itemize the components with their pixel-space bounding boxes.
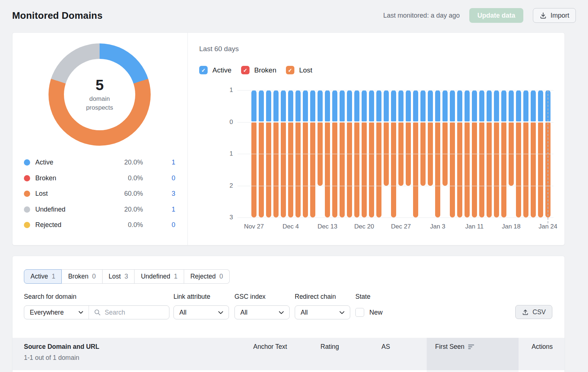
legend-label: Lost [35, 190, 48, 198]
trend-bar-lost-segment [295, 123, 301, 217]
donut-legend-row: Rejected 0.0% 0 [24, 220, 175, 230]
trend-bar-lost-segment [538, 123, 543, 217]
header-actions: Last monitored: a day ago Update data Im… [383, 8, 576, 23]
trend-bar-active-segment [325, 90, 330, 121]
trend-bar-active-segment [376, 90, 381, 121]
legend-count-link[interactable]: 1 [143, 206, 175, 213]
trend-bar-lost-segment [465, 123, 470, 217]
trend-bar-active-segment [465, 90, 470, 121]
x-axis-label: Nov 27 [234, 223, 274, 230]
status-tab-count: 1 [52, 273, 55, 280]
y-axis-tick: 1 [218, 150, 233, 157]
trend-bar-lost-segment [347, 123, 352, 217]
legend-percent: 0.0% [108, 221, 143, 229]
search-input[interactable] [105, 309, 164, 316]
trend-bar-lost-segment [479, 123, 484, 217]
legend-label: Undefined [35, 206, 65, 213]
x-axis-label: Jan 24 [528, 223, 568, 230]
trend-bar-active-segment [406, 90, 411, 121]
status-tab-count: 0 [219, 273, 223, 280]
status-tabs: Active 1 Broken 0 Lost 3 Undefined 1 Rej… [24, 269, 230, 284]
x-axis-label: Dec 20 [344, 223, 384, 230]
link-attribute-select[interactable]: All [173, 305, 229, 319]
today-dashed-marker [548, 90, 548, 223]
trend-bar-lost-segment [340, 123, 345, 217]
redirect-chain-select[interactable]: All [295, 305, 350, 319]
page-header: Monitored Domains Last monitored: a day … [12, 0, 576, 31]
legend-count-link[interactable]: 3 [143, 190, 175, 198]
sort-descending-icon [468, 344, 474, 349]
column-header-anchor-text[interactable]: Anchor Text [253, 343, 287, 351]
status-tab-undefined[interactable]: Undefined 1 [135, 269, 184, 284]
domains-table-card: Active 1 Broken 0 Lost 3 Undefined 1 Rej… [12, 256, 565, 372]
legend-color-dot [24, 206, 30, 213]
gsc-index-value: All [240, 309, 247, 316]
update-data-button[interactable]: Update data [469, 8, 523, 23]
redirect-chain-value: All [301, 309, 308, 316]
status-tab-count: 3 [125, 273, 128, 280]
status-tab-active[interactable]: Active 1 [24, 269, 62, 284]
gridline [237, 122, 553, 123]
trend-bar-lost-segment [362, 123, 367, 217]
column-header-first-seen[interactable]: First Seen [435, 343, 474, 351]
trend-bar-active-segment [531, 90, 536, 121]
export-csv-button[interactable]: CSV [515, 305, 552, 319]
link-attribute-label: Link attribute [173, 293, 229, 301]
legend-color-dot [24, 222, 30, 228]
donut-center: 5 domain prospects [64, 59, 135, 130]
trend-bar-active-segment [472, 90, 477, 121]
trend-bar-active-segment [251, 90, 257, 121]
trend-bar-active-segment [523, 90, 528, 121]
column-header-source-domain[interactable]: Source Domain and URL [24, 343, 99, 351]
trend-bar-lost-segment [523, 123, 528, 217]
monitored-domains-page: Monitored Domains Last monitored: a day … [0, 0, 588, 372]
trend-bar-active-segment [428, 90, 433, 121]
trend-bar-active-segment [259, 90, 264, 121]
state-row: New [355, 305, 383, 319]
trend-bar-active-segment [501, 90, 506, 121]
y-axis-tick: 0 [218, 118, 233, 126]
search-scope-dropdown[interactable]: Everywhere [24, 306, 89, 319]
legend-count-link[interactable]: 0 [143, 174, 175, 182]
import-button[interactable]: Import [533, 8, 576, 23]
column-header-rating[interactable]: Rating [320, 343, 339, 351]
legend-count-link[interactable]: 0 [143, 221, 175, 229]
checkbox-checked-icon[interactable]: ✓ [199, 66, 208, 74]
search-filter-group: Search for domain Everywhere [24, 293, 169, 319]
trend-bar-lost-segment [310, 123, 315, 217]
column-header-actions: Actions [532, 343, 553, 351]
status-tab-count: 0 [92, 273, 96, 280]
trend-bar-lost-segment [273, 123, 279, 217]
donut-total-label: domain prospects [79, 95, 120, 112]
trend-legend-item[interactable]: ✓ Active [199, 66, 232, 74]
trend-bar-active-segment [295, 90, 301, 121]
legend-count-link[interactable]: 1 [143, 159, 175, 166]
y-axis-tick: 1 [218, 86, 233, 94]
gsc-index-filter-group: GSC index All [234, 293, 290, 319]
status-tab-rejected[interactable]: Rejected 0 [184, 269, 230, 284]
new-checkbox[interactable] [355, 308, 364, 317]
gridline [237, 217, 553, 218]
trend-bar-active-segment [413, 90, 418, 121]
trend-bar-lost-segment [303, 123, 308, 217]
export-csv-label: CSV [533, 308, 546, 316]
gsc-index-select[interactable]: All [234, 305, 290, 319]
legend-label: Active [35, 159, 53, 166]
trend-bar-active-segment [273, 90, 279, 121]
trend-bar-active-segment [442, 90, 448, 121]
trend-bar-lost-segment [487, 123, 492, 217]
trend-bar-active-segment [457, 90, 462, 121]
status-tab-broken[interactable]: Broken 0 [62, 269, 102, 284]
search-box [89, 306, 169, 319]
new-checkbox-label: New [369, 309, 383, 316]
trend-bar-lost-segment [501, 123, 506, 217]
trend-bar-active-segment [420, 90, 426, 121]
chevron-down-icon [279, 311, 284, 314]
legend-label: Rejected [35, 221, 61, 229]
y-axis-tick: 2 [218, 182, 233, 189]
gridline [237, 90, 553, 91]
trend-bar-active-segment [332, 90, 337, 121]
status-tab-label: Broken [68, 273, 88, 280]
status-tab-lost[interactable]: Lost 3 [103, 269, 135, 284]
column-header-as[interactable]: AS [381, 343, 390, 351]
